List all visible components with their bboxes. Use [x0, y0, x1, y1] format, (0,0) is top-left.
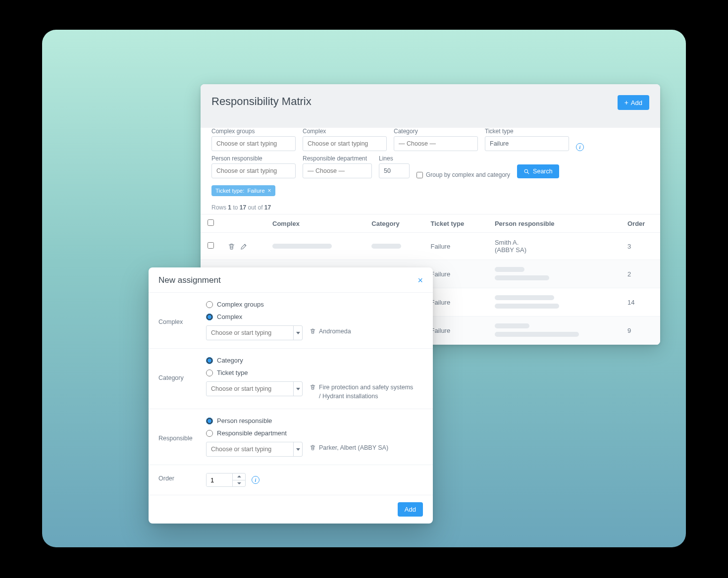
section-label-responsible: Responsible: [158, 417, 197, 457]
chevron-down-icon[interactable]: [293, 326, 302, 340]
row-checkbox[interactable]: [208, 242, 214, 249]
placeholder: [371, 244, 401, 249]
pencil-icon[interactable]: [240, 243, 248, 250]
modal-add-button[interactable]: Add: [398, 502, 423, 517]
filters: Complex groups Complex Category: [201, 128, 660, 199]
section-label-category: Category: [158, 357, 197, 401]
chevron-down-icon[interactable]: [293, 442, 302, 456]
col-complex: Complex: [265, 214, 364, 233]
section-label-order: Order: [158, 473, 197, 487]
trash-icon[interactable]: [310, 444, 316, 451]
placeholder: [495, 267, 524, 272]
ticket-type-combo[interactable]: [485, 136, 569, 151]
placeholder: [495, 304, 559, 309]
search-button-label: Search: [533, 168, 553, 175]
placeholder: [495, 323, 529, 328]
ticket-type-input[interactable]: [485, 137, 569, 151]
page-title: Responsibility Matrix: [211, 95, 312, 108]
placeholder: [495, 275, 549, 280]
order-stepper[interactable]: [206, 473, 246, 487]
placeholder: [272, 244, 332, 249]
select-all-checkbox[interactable]: [208, 219, 214, 226]
group-by-input[interactable]: [416, 172, 423, 178]
close-icon[interactable]: ×: [417, 276, 423, 285]
select-all-header: [201, 214, 221, 233]
close-icon[interactable]: ×: [268, 187, 271, 194]
cell-order: 2: [621, 260, 660, 288]
complex-groups-combo[interactable]: [211, 136, 296, 151]
chosen-complex: Andromeda: [310, 325, 351, 336]
complex-select-input[interactable]: [207, 326, 293, 340]
label-ticket-type: Ticket type: [485, 128, 569, 135]
responsible-select[interactable]: [206, 442, 303, 457]
category-input[interactable]: [394, 137, 478, 151]
cell-order: 3: [621, 233, 660, 260]
table-row: Failure Smith A.(ABBY SA) 3: [201, 233, 660, 260]
active-filter-chip[interactable]: Ticket type: Failure ×: [211, 185, 275, 196]
app-canvas: Responsibility Matrix Add Complex groups…: [42, 30, 686, 547]
col-order: Order: [621, 214, 660, 233]
category-combo[interactable]: [394, 136, 478, 151]
chip-value: Failure: [247, 188, 264, 194]
cell-ticket-type: Failure: [423, 260, 488, 288]
complex-input[interactable]: [303, 137, 387, 151]
add-button[interactable]: Add: [618, 95, 649, 110]
trash-icon[interactable]: [310, 384, 316, 390]
category-select[interactable]: [206, 381, 303, 396]
chosen-responsible: Parker, Albert (ABBY SA): [310, 442, 388, 453]
placeholder: [495, 332, 579, 337]
lines-input[interactable]: [379, 164, 410, 178]
label-person: Person responsible: [211, 155, 296, 162]
search-icon: [523, 168, 530, 175]
group-by-checkbox[interactable]: Group by complex and category: [416, 171, 510, 178]
opt-department[interactable]: Responsible department: [206, 429, 423, 437]
complex-groups-input[interactable]: [212, 137, 296, 151]
opt-ticket-type[interactable]: Ticket type: [206, 369, 423, 376]
cell-ticket-type: Failure: [423, 288, 488, 316]
order-input[interactable]: [207, 473, 232, 486]
chip-key: Ticket type:: [215, 188, 244, 194]
rows-info: Rows 1 to 17 out of 17: [201, 199, 660, 214]
section-label-complex: Complex: [158, 301, 197, 340]
person-combo[interactable]: [211, 163, 296, 178]
lines-combo[interactable]: [379, 163, 410, 178]
complex-select[interactable]: [206, 325, 303, 340]
info-icon[interactable]: i: [252, 476, 260, 484]
group-by-label: Group by complex and category: [426, 171, 510, 178]
chevron-down-icon[interactable]: [293, 382, 302, 396]
label-category: Category: [394, 128, 478, 135]
cell-order: 9: [621, 316, 660, 345]
matrix-head: Responsibility Matrix Add: [201, 84, 660, 128]
trash-icon[interactable]: [228, 243, 235, 250]
opt-category[interactable]: Category: [206, 357, 423, 364]
col-ticket-type: Ticket type: [423, 214, 488, 233]
chevron-up-icon[interactable]: [233, 473, 245, 480]
label-complex: Complex: [303, 128, 387, 135]
chevron-down-icon[interactable]: [233, 480, 245, 487]
responsible-select-input[interactable]: [207, 442, 293, 456]
col-person: Person responsible: [488, 214, 621, 233]
opt-person[interactable]: Person responsible: [206, 417, 423, 424]
chosen-category: Fire protection and safety systems / Hyd…: [310, 381, 416, 401]
opt-complex-groups[interactable]: Complex groups: [206, 301, 423, 308]
search-button[interactable]: Search: [517, 164, 559, 178]
opt-complex[interactable]: Complex: [206, 313, 423, 320]
cell-person: [488, 260, 621, 288]
cell-ticket-type: Failure: [423, 316, 488, 345]
label-lines: Lines: [379, 155, 410, 162]
cell-order: 14: [621, 288, 660, 316]
label-department: Responsible department: [303, 155, 372, 162]
complex-combo[interactable]: [303, 136, 387, 151]
col-category: Category: [364, 214, 423, 233]
department-combo[interactable]: [303, 163, 372, 178]
info-icon[interactable]: i: [576, 143, 584, 151]
cell-ticket-type: Failure: [423, 233, 488, 260]
trash-icon[interactable]: [310, 328, 316, 334]
placeholder: [495, 295, 554, 300]
new-assignment-modal: New assignment × Complex Complex groups …: [149, 267, 433, 524]
department-input[interactable]: [303, 164, 372, 178]
category-select-input[interactable]: [207, 382, 293, 396]
person-input[interactable]: [212, 164, 296, 178]
cell-person: [488, 316, 621, 345]
cell-person: Smith A.(ABBY SA): [488, 233, 621, 260]
